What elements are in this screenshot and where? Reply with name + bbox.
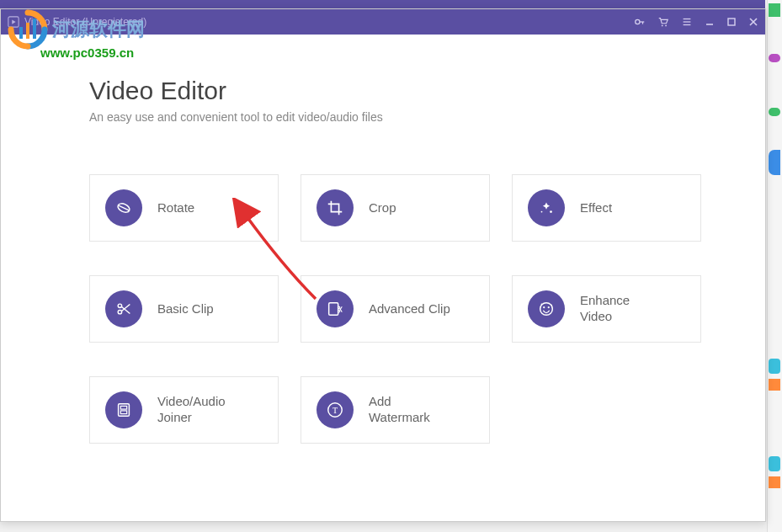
tile-watermark[interactable]: T Add Watermark bbox=[301, 376, 490, 444]
tile-label: Enhance Video bbox=[580, 293, 630, 325]
bg-tab bbox=[769, 150, 780, 175]
svg-point-31 bbox=[551, 305, 552, 306]
svg-point-17 bbox=[541, 211, 543, 213]
svg-point-2 bbox=[636, 19, 640, 24]
bg-dot bbox=[769, 379, 780, 391]
svg-rect-33 bbox=[120, 406, 126, 409]
tile-basic-clip[interactable]: Basic Clip bbox=[89, 275, 279, 343]
tile-label: Advanced Clip bbox=[369, 301, 450, 317]
bg-dot bbox=[769, 54, 780, 62]
key-icon[interactable] bbox=[634, 16, 646, 28]
tile-label: Crop bbox=[369, 200, 396, 216]
svg-rect-22 bbox=[329, 303, 338, 316]
app-logo-icon bbox=[8, 16, 19, 28]
tile-label: Add Watermark bbox=[369, 394, 430, 426]
rotate-icon bbox=[105, 189, 142, 226]
svg-rect-34 bbox=[120, 411, 126, 414]
page-subtitle: An easy use and convenient tool to edit … bbox=[89, 110, 681, 124]
cart-icon[interactable] bbox=[657, 16, 669, 28]
svg-point-30 bbox=[541, 304, 543, 306]
svg-point-28 bbox=[543, 306, 545, 308]
tile-label: Video/Audio Joiner bbox=[157, 394, 226, 426]
bg-dot bbox=[769, 456, 780, 471]
bg-dot bbox=[769, 359, 780, 374]
scissors-icon bbox=[105, 290, 142, 327]
bg-dot bbox=[769, 476, 780, 488]
advanced-clip-icon bbox=[317, 290, 354, 327]
tile-label: Rotate bbox=[157, 200, 194, 216]
tile-enhance-video[interactable]: Enhance Video bbox=[512, 275, 701, 343]
background-right-panel bbox=[767, 0, 782, 532]
svg-point-29 bbox=[548, 306, 550, 308]
close-button[interactable] bbox=[748, 17, 758, 27]
window-title: Video Editor (Unregistered) bbox=[24, 16, 146, 28]
titlebar: Video Editor (Unregistered) bbox=[1, 9, 765, 35]
tile-effect[interactable]: Effect bbox=[512, 174, 701, 242]
svg-point-16 bbox=[550, 210, 552, 213]
tool-grid: Rotate Crop Effect Basic Clip bbox=[89, 174, 681, 444]
tile-advanced-clip[interactable]: Advanced Clip bbox=[301, 275, 490, 343]
menu-icon[interactable] bbox=[681, 16, 693, 28]
bg-dot bbox=[769, 108, 780, 116]
svg-point-5 bbox=[662, 25, 663, 27]
bg-badge bbox=[769, 3, 780, 17]
main-content: Video Editor An easy use and convenient … bbox=[1, 35, 765, 477]
page-title: Video Editor bbox=[89, 77, 681, 105]
tile-joiner[interactable]: Video/Audio Joiner bbox=[89, 376, 279, 444]
tile-label: Effect bbox=[580, 200, 612, 216]
crop-icon bbox=[317, 189, 354, 226]
tile-crop[interactable]: Crop bbox=[301, 174, 490, 242]
svg-point-24 bbox=[338, 311, 339, 312]
joiner-icon bbox=[105, 391, 142, 428]
watermark-icon: T bbox=[317, 391, 354, 428]
svg-marker-1 bbox=[12, 19, 15, 24]
maximize-button[interactable] bbox=[726, 17, 737, 27]
tile-label: Basic Clip bbox=[157, 301, 214, 317]
app-window: Video Editor (Unregistered) Vid bbox=[0, 8, 766, 522]
background-titlebar bbox=[0, 0, 765, 8]
svg-rect-11 bbox=[728, 19, 735, 25]
tile-rotate[interactable]: Rotate bbox=[89, 174, 279, 242]
svg-point-6 bbox=[665, 25, 667, 27]
svg-text:T: T bbox=[332, 406, 338, 415]
svg-point-23 bbox=[338, 306, 339, 308]
effect-icon bbox=[528, 189, 565, 226]
enhance-icon bbox=[528, 290, 565, 327]
minimize-button[interactable] bbox=[705, 17, 715, 27]
